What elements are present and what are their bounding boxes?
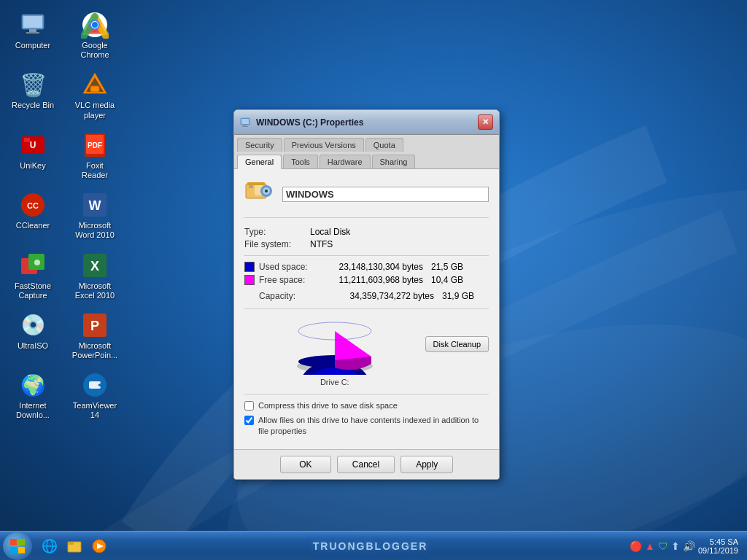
recycle-label: Recycle Bin — [12, 101, 54, 110]
svg-text:U: U — [30, 140, 36, 150]
svg-point-26 — [34, 260, 40, 265]
free-color-box — [244, 275, 255, 285]
desktop-icon-unikey[interactable]: U UniKey — [7, 128, 58, 183]
tray-icon-4: ⬆ — [671, 540, 680, 552]
type-label: Type: — [244, 227, 310, 237]
index-checkbox[interactable] — [244, 416, 254, 425]
svg-rect-50 — [10, 547, 17, 553]
svg-rect-37 — [242, 126, 248, 127]
capacity-gb: 31,9 GB — [441, 291, 474, 301]
svg-rect-39 — [247, 182, 265, 185]
filesystem-row: File system: NTFS — [244, 239, 489, 249]
tab-previous-versions[interactable]: Previous Versions — [284, 138, 364, 152]
desktop-icon-ultraiso[interactable]: 💿 UltraISO — [7, 308, 58, 363]
svg-rect-51 — [18, 547, 25, 553]
capacity-label: Capacity: — [259, 291, 332, 301]
svg-rect-4 — [29, 29, 36, 32]
computer-label: Computer — [15, 41, 50, 50]
used-bytes: 23,148,130,304 bytes — [321, 262, 423, 272]
tab-tools[interactable]: Tools — [283, 155, 318, 168]
desktop-icon-idm[interactable]: 🌍 InternetDownlo... — [7, 368, 58, 423]
dialog-close-button[interactable]: ✕ — [478, 114, 493, 130]
dialog-title: WINDOWS (C:) Properties — [256, 117, 478, 128]
free-bytes: 11,211,603,968 bytes — [321, 275, 423, 285]
unikey-icon: U — [18, 131, 47, 160]
checkboxes-section: Compress this drive to save disk space A… — [244, 394, 489, 436]
desktop-icon-ccleaner[interactable]: CC CCleaner — [7, 187, 58, 243]
tab-quota[interactable]: Quota — [365, 138, 403, 152]
compress-checkbox[interactable] — [244, 401, 254, 411]
desktop-icon-vlc[interactable]: VLC mediaplayer — [69, 67, 120, 122]
drive-c-label: Drive C: — [320, 378, 349, 386]
svg-rect-16 — [24, 138, 30, 142]
desktop-icon-computer[interactable]: Computer — [7, 7, 58, 63]
desktop-icon-ppt[interactable]: P MicrosoftPowerPoin... — [69, 308, 120, 363]
desktop-icon-recycle[interactable]: 🗑️ Recycle Bin — [7, 67, 58, 122]
desktop-icons: Computer GoogleChrom — [7, 7, 120, 424]
disk-cleanup-button[interactable]: Disk Cleanup — [425, 336, 489, 352]
taskbar-media-icon[interactable] — [88, 534, 111, 558]
ppt-label: MicrosoftPowerPoin... — [72, 341, 117, 360]
apply-button[interactable]: Apply — [400, 456, 453, 473]
used-label: Used space: — [259, 262, 321, 272]
foxit-icon: PDF — [80, 131, 109, 160]
desktop-icon-excel[interactable]: X MicrosoftExcel 2010 — [69, 248, 120, 303]
tab-sharing[interactable]: Sharing — [372, 155, 416, 168]
teamviewer-label: TeamViewer14 — [73, 401, 117, 420]
word-icon: W — [80, 190, 109, 219]
tab-security[interactable]: Security — [237, 138, 282, 152]
dialog-title-icon — [240, 117, 252, 128]
used-space-row: Used space: 23,148,130,304 bytes 21,5 GB — [244, 262, 489, 272]
word-label: MicrosoftWord 2010 — [75, 221, 115, 240]
properties-dialog: WINDOWS (C:) Properties ✕ Security Previ… — [233, 109, 500, 480]
taskbar-icons — [38, 534, 111, 558]
drive-name-input[interactable] — [282, 187, 489, 202]
taskbar-clock: 5:45 SA 09/11/2019 — [698, 537, 741, 555]
used-color-box — [244, 262, 255, 272]
dialog-footer: OK Cancel Apply — [234, 449, 499, 479]
free-label: Free space: — [259, 275, 321, 285]
svg-text:W: W — [89, 198, 101, 213]
desktop: Computer GoogleChrom — [0, 0, 747, 560]
taskbar-ie-icon[interactable] — [38, 534, 61, 558]
index-row: Allow files on this drive to have conten… — [244, 415, 489, 436]
type-row: Type: Local Disk — [244, 227, 489, 237]
tab-hardware[interactable]: Hardware — [320, 155, 371, 168]
info-grid: Type: Local Disk File system: NTFS — [244, 227, 489, 249]
space-section: Used space: 23,148,130,304 bytes 21,5 GB… — [244, 255, 489, 301]
ok-button[interactable]: OK — [280, 456, 331, 473]
faststone-label: FastStoneCapture — [15, 281, 51, 300]
ultraiso-label: UltraISO — [18, 341, 48, 351]
compress-row: Compress this drive to save disk space — [244, 400, 489, 411]
chrome-label: GoogleChrome — [80, 41, 109, 60]
clock-date: 09/11/2019 — [698, 546, 738, 555]
cancel-button[interactable]: Cancel — [337, 456, 395, 473]
desktop-icon-teamviewer[interactable]: TeamViewer14 — [69, 368, 120, 423]
system-tray: 🔴 ▲ 🛡 ⬆ 🔊 5:45 SA 09/11/2019 — [630, 537, 741, 555]
svg-rect-5 — [26, 32, 39, 34]
tray-icon-5: 🔊 — [683, 540, 695, 552]
svg-rect-35 — [241, 119, 249, 124]
filesystem-label: File system: — [244, 239, 310, 249]
svg-rect-49 — [18, 539, 25, 545]
ultraiso-icon: 💿 — [18, 311, 47, 340]
svg-rect-48 — [10, 539, 17, 545]
pie-chart — [287, 316, 382, 375]
taskbar-explorer-icon[interactable] — [63, 534, 86, 558]
used-gb: 21,5 GB — [430, 262, 463, 272]
desktop-icon-foxit[interactable]: PDF Foxit Reader — [69, 128, 120, 183]
desktop-icon-faststone[interactable]: FastStoneCapture — [7, 248, 58, 303]
tab-general[interactable]: General — [237, 155, 282, 169]
start-button[interactable] — [3, 532, 32, 560]
dialog-titlebar: WINDOWS (C:) Properties ✕ — [234, 110, 499, 135]
desktop-icon-chrome[interactable]: GoogleChrome — [69, 7, 120, 63]
clock-time: 5:45 SA — [698, 537, 738, 546]
desktop-icon-word[interactable]: W MicrosoftWord 2010 — [69, 187, 120, 243]
capacity-bytes: 34,359,734,272 bytes — [332, 291, 434, 301]
svg-text:PDF: PDF — [88, 141, 102, 149]
teamviewer-icon — [80, 370, 109, 400]
svg-rect-3 — [23, 16, 42, 28]
faststone-icon — [18, 251, 47, 280]
ccleaner-label: CCleaner — [16, 221, 50, 230]
tray-icon-1: 🔴 — [630, 540, 642, 552]
